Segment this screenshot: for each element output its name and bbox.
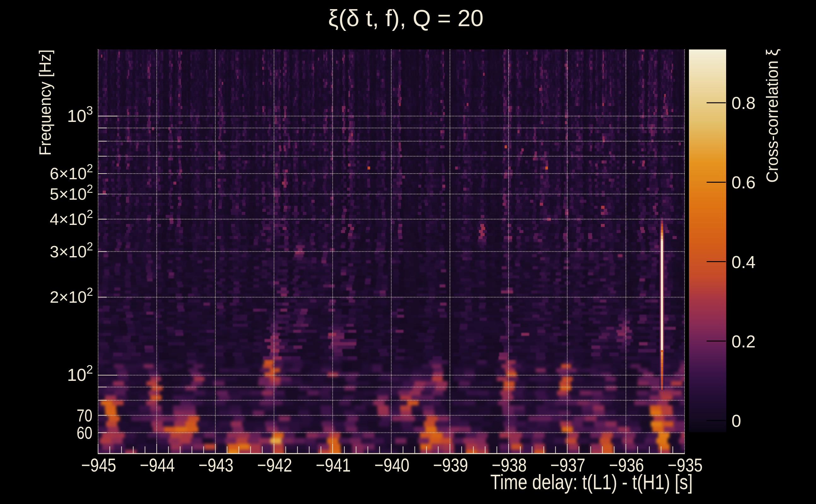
svg-text:0: 0 (732, 411, 741, 431)
svg-text:−945: −945 (81, 455, 116, 476)
svg-text:−940: −940 (375, 455, 410, 476)
svg-text:ξ(δ t, f), Q = 20: ξ(δ t, f), Q = 20 (328, 5, 484, 31)
svg-text:Time delay: t(L1) - t(H1) [s]: Time delay: t(L1) - t(H1) [s] (490, 470, 693, 494)
svg-text:−943: −943 (198, 455, 234, 476)
svg-text:70: 70 (77, 406, 92, 425)
svg-text:Frequency [Hz]: Frequency [Hz] (36, 49, 54, 156)
svg-text:103: 103 (67, 104, 93, 126)
svg-text:−939: −939 (433, 455, 468, 476)
svg-text:0.2: 0.2 (732, 332, 756, 351)
svg-text:6×102: 6×102 (50, 162, 93, 183)
svg-text:0.4: 0.4 (732, 252, 756, 272)
svg-text:−942: −942 (257, 455, 292, 476)
svg-text:Cross-correlation ξ: Cross-correlation ξ (763, 49, 781, 183)
svg-text:2×102: 2×102 (50, 285, 93, 306)
svg-text:60: 60 (77, 423, 92, 443)
svg-text:−941: −941 (316, 455, 351, 476)
svg-text:102: 102 (67, 363, 93, 385)
svg-text:0.8: 0.8 (732, 93, 756, 113)
svg-text:−944: −944 (140, 455, 175, 476)
svg-text:0.6: 0.6 (732, 173, 756, 192)
svg-text:4×102: 4×102 (50, 208, 93, 228)
svg-text:5×102: 5×102 (50, 182, 93, 203)
svg-text:3×102: 3×102 (50, 240, 93, 261)
